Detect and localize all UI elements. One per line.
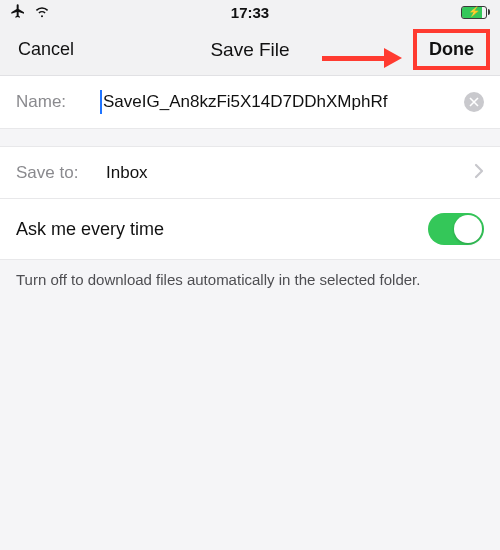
save-to-value: Inbox <box>106 163 468 183</box>
nav-bar: Cancel Save File Done <box>0 24 500 76</box>
clear-text-button[interactable] <box>464 92 484 112</box>
name-value: SaveIG_An8kzFi5X14D7DDhXMphRf <box>103 92 387 112</box>
cancel-button[interactable]: Cancel <box>18 39 74 60</box>
name-label: Name: <box>16 92 100 112</box>
status-bar: 17:33 ⚡ <box>0 0 500 24</box>
save-to-row[interactable]: Save to: Inbox <box>0 147 500 199</box>
wifi-icon <box>34 3 50 22</box>
ask-every-time-label: Ask me every time <box>16 219 428 240</box>
name-input[interactable]: SaveIG_An8kzFi5X14D7DDhXMphRf <box>100 90 458 114</box>
text-cursor <box>100 90 102 114</box>
status-time: 17:33 <box>0 4 500 21</box>
footer-note: Turn off to download files automatically… <box>0 260 500 290</box>
ask-every-time-row: Ask me every time <box>0 199 500 260</box>
save-to-label: Save to: <box>16 163 106 183</box>
chevron-right-icon <box>474 161 484 184</box>
battery-icon: ⚡ <box>461 6 491 19</box>
name-row[interactable]: Name: SaveIG_An8kzFi5X14D7DDhXMphRf <box>0 76 500 129</box>
ask-every-time-toggle[interactable] <box>428 213 484 245</box>
airplane-mode-icon <box>10 3 26 22</box>
done-button[interactable]: Done <box>429 39 474 59</box>
